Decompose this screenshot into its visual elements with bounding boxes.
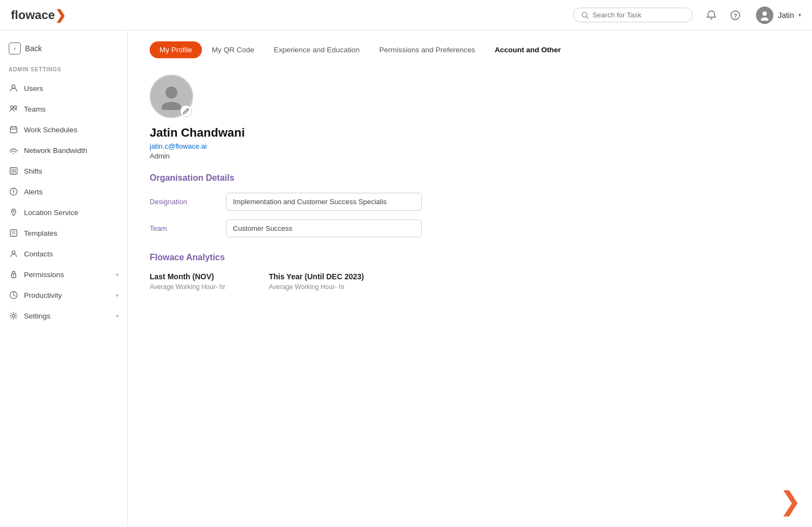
users-icon: [9, 83, 19, 93]
back-arrow-icon: ‹: [9, 42, 21, 54]
sidebar-item-settings[interactable]: Settings ▾: [0, 305, 127, 326]
sidebar-item-users[interactable]: Users: [0, 78, 127, 99]
team-input[interactable]: [226, 219, 422, 237]
svg-rect-22: [10, 230, 17, 236]
sidebar-item-contacts[interactable]: Contacts: [0, 243, 127, 264]
svg-point-6: [12, 85, 15, 88]
search-bar[interactable]: [573, 8, 693, 22]
team-field-row: Team: [150, 219, 790, 237]
svg-rect-9: [10, 127, 17, 133]
settings-label: Settings: [24, 312, 110, 320]
admin-settings-label: ADMIN SETTINGS: [0, 63, 127, 78]
location-service-icon: [9, 207, 19, 217]
tab-account-other[interactable]: Account and Other: [485, 41, 571, 58]
shifts-label: Shifts: [24, 167, 119, 175]
app-logo[interactable]: flowace❯: [11, 8, 66, 23]
analytics-grid: Last Month (NOV) Average Working Hour- h…: [150, 272, 790, 291]
logo-mark: ❯: [55, 8, 66, 23]
analytics-section: Flowace Analytics Last Month (NOV) Avera…: [150, 253, 790, 291]
settings-icon: [9, 311, 19, 321]
svg-point-30: [165, 87, 177, 99]
avatar-edit-button[interactable]: [180, 105, 192, 117]
location-service-label: Location Service: [24, 209, 119, 217]
help-icon[interactable]: ?: [728, 8, 743, 23]
templates-label: Templates: [24, 229, 119, 237]
sidebar-item-teams[interactable]: Teams: [0, 99, 127, 119]
profile-name: Jatin Chandwani: [150, 126, 790, 140]
network-bandwidth-label: Network Bandwidth: [24, 146, 119, 155]
svg-point-20: [13, 193, 14, 194]
this-year-title: This Year (Until DEC 2023): [269, 272, 364, 281]
sidebar-item-alerts[interactable]: Alerts: [0, 181, 127, 202]
sidebar-item-shifts[interactable]: Shifts: [0, 161, 127, 181]
sidebar-item-work-schedules[interactable]: Work Schedules: [0, 119, 127, 140]
last-month-label: Average Working Hour- hr: [150, 283, 225, 291]
sidebar-item-productivity[interactable]: Productivity ▾: [0, 285, 127, 305]
analytics-heading: Flowace Analytics: [150, 253, 790, 262]
permissions-icon: [9, 269, 19, 279]
designation-field-row: Designation: [150, 193, 790, 211]
settings-chevron-icon: ▾: [116, 313, 119, 319]
productivity-chevron-icon: ▾: [116, 292, 119, 298]
tab-permissions-preferences[interactable]: Permissions and Preferences: [370, 41, 485, 58]
svg-point-8: [14, 106, 17, 109]
search-icon: [581, 11, 589, 19]
productivity-label: Productivity: [24, 291, 110, 299]
navbar: flowace❯ ?: [0, 0, 812, 30]
contacts-label: Contacts: [24, 250, 119, 258]
analytics-this-year: This Year (Until DEC 2023) Average Worki…: [269, 272, 364, 291]
sidebar-item-network-bandwidth[interactable]: Network Bandwidth: [0, 140, 127, 161]
svg-point-7: [11, 106, 14, 109]
permissions-chevron-icon: ▾: [116, 272, 119, 278]
templates-icon: [9, 228, 19, 238]
this-year-label: Average Working Hour- hr: [269, 283, 364, 291]
layout: ‹ Back ADMIN SETTINGS Users: [0, 30, 812, 527]
avatar-wrap: [150, 75, 193, 118]
back-button[interactable]: ‹ Back: [0, 38, 127, 59]
search-input[interactable]: [592, 11, 685, 19]
shifts-icon: [9, 166, 19, 176]
tab-experience-education[interactable]: Experience and Education: [264, 41, 370, 58]
org-details-heading: Organisation Details: [150, 173, 790, 183]
last-month-title: Last Month (NOV): [150, 272, 225, 281]
network-bandwidth-icon: [9, 145, 19, 155]
svg-point-5: [761, 17, 768, 21]
svg-point-29: [13, 315, 15, 317]
user-name-label: Jatin: [778, 11, 794, 20]
tab-my-profile[interactable]: My Profile: [150, 41, 202, 58]
svg-point-13: [13, 153, 14, 154]
work-schedules-icon: [9, 125, 19, 134]
logo-text-flow: flow: [11, 8, 35, 22]
svg-point-25: [12, 251, 15, 254]
teams-icon: [9, 104, 19, 114]
analytics-last-month: Last Month (NOV) Average Working Hour- h…: [150, 272, 225, 291]
sidebar: ‹ Back ADMIN SETTINGS Users: [0, 30, 128, 527]
team-label: Team: [150, 224, 215, 232]
users-label: Users: [24, 84, 119, 93]
permissions-label: Permissions: [24, 271, 110, 279]
profile-role: Admin: [150, 152, 790, 160]
user-menu[interactable]: Jatin ▾: [756, 7, 801, 24]
user-avatar: [756, 7, 773, 24]
sidebar-item-location-service[interactable]: Location Service: [0, 202, 127, 223]
designation-label: Designation: [150, 198, 215, 206]
alerts-icon: [9, 187, 19, 197]
svg-point-4: [762, 11, 767, 16]
svg-point-21: [13, 211, 15, 212]
sidebar-item-permissions[interactable]: Permissions ▾: [0, 264, 127, 285]
teams-label: Teams: [24, 105, 119, 113]
svg-point-27: [13, 275, 14, 277]
profile-tabs: My Profile My QR Code Experience and Edu…: [150, 41, 790, 58]
profile-email: jatin.c@flowace.ai: [150, 142, 790, 150]
contacts-icon: [9, 249, 19, 259]
svg-text:?: ?: [734, 13, 737, 19]
notification-icon[interactable]: [704, 8, 719, 23]
nav-icons: ? Jatin ▾: [704, 7, 801, 24]
back-label: Back: [25, 44, 42, 53]
productivity-icon: [9, 290, 19, 300]
logo-text-ace: ace: [35, 8, 55, 22]
svg-point-31: [162, 102, 181, 110]
sidebar-item-templates[interactable]: Templates: [0, 223, 127, 243]
designation-input[interactable]: [226, 193, 422, 211]
tab-my-qr-code[interactable]: My QR Code: [202, 41, 264, 58]
